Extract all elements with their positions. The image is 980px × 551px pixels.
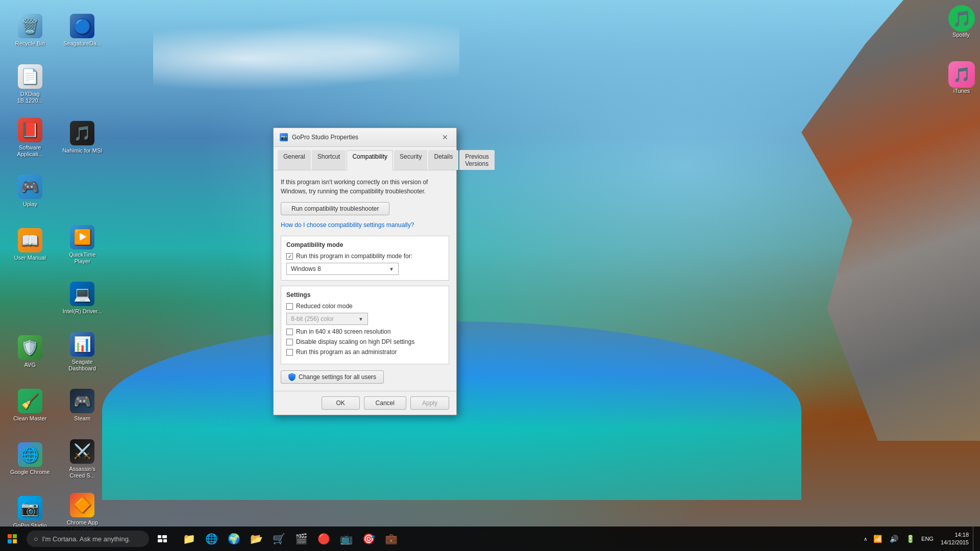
desktop: 🗑️ Recycle Bin 🔵 SeagatureDa... 📄 DXDiag… xyxy=(0,0,980,551)
color-dropdown-row: 8-bit (256) color ▼ xyxy=(286,313,444,325)
compat-mode-dropdown[interactable]: Windows 8 ▼ xyxy=(286,263,399,275)
dpi-scaling-row: Disable display scaling on high DPI sett… xyxy=(286,338,444,345)
administrator-checkbox[interactable] xyxy=(286,349,293,356)
tab-security[interactable]: Security xyxy=(394,150,427,170)
dialog-overlay: 📷 GoPro Studio Properties ✕ General Shor… xyxy=(0,0,980,551)
compat-mode-section: Compatibility mode Run this program in c… xyxy=(281,236,449,281)
settings-title: Settings xyxy=(286,291,444,298)
manual-settings-link[interactable]: How do I choose compatibility settings m… xyxy=(281,221,449,229)
color-dropdown-value: 8-bit (256) color xyxy=(291,315,334,322)
screen-resolution-row: Run in 640 x 480 screen resolution xyxy=(286,328,444,335)
color-dropdown[interactable]: 8-bit (256) color ▼ xyxy=(286,313,368,325)
tab-shortcut[interactable]: Shortcut xyxy=(312,150,346,170)
properties-dialog: 📷 GoPro Studio Properties ✕ General Shor… xyxy=(273,128,457,415)
tab-compatibility[interactable]: Compatibility xyxy=(347,150,393,170)
shield-icon xyxy=(288,373,296,381)
compat-description: If this program isn't working correctly … xyxy=(281,178,449,196)
dialog-footer: OK Cancel Apply xyxy=(274,391,456,415)
dialog-tabs: General Shortcut Compatibility Security … xyxy=(274,147,456,170)
dialog-close-button[interactable]: ✕ xyxy=(440,132,450,142)
dpi-scaling-checkbox[interactable] xyxy=(286,339,293,345)
compat-mode-dropdown-value: Windows 8 xyxy=(291,265,321,272)
dialog-titlebar: 📷 GoPro Studio Properties ✕ xyxy=(274,128,456,147)
change-settings-button[interactable]: Change settings for all users xyxy=(281,370,384,384)
ok-button[interactable]: OK xyxy=(322,396,360,410)
screen-resolution-checkbox[interactable] xyxy=(286,329,293,335)
screen-resolution-label: Run in 640 x 480 screen resolution xyxy=(296,328,390,335)
tab-general[interactable]: General xyxy=(278,150,311,170)
compat-mode-title: Compatibility mode xyxy=(286,241,444,248)
administrator-label: Run this program as an administrator xyxy=(296,348,397,356)
reduced-color-label: Reduced color mode xyxy=(296,303,353,310)
dialog-content: If this program isn't working correctly … xyxy=(274,170,456,391)
reduced-color-row: Reduced color mode xyxy=(286,303,444,310)
compat-mode-checkbox-row: Run this program in compatibility mode f… xyxy=(286,253,444,260)
dialog-title-area: 📷 GoPro Studio Properties xyxy=(280,133,358,141)
reduced-color-checkbox[interactable] xyxy=(286,303,293,310)
compat-mode-label: Run this program in compatibility mode f… xyxy=(296,253,412,260)
tab-details[interactable]: Details xyxy=(428,150,458,170)
dpi-scaling-label: Disable display scaling on high DPI sett… xyxy=(296,338,414,345)
change-settings-label: Change settings for all users xyxy=(299,373,376,381)
cancel-button[interactable]: Cancel xyxy=(364,396,406,410)
dialog-title-text: GoPro Studio Properties xyxy=(292,134,358,141)
apply-button[interactable]: Apply xyxy=(410,396,449,410)
administrator-row: Run this program as an administrator xyxy=(286,348,444,356)
compat-mode-dropdown-arrow: ▼ xyxy=(389,266,394,272)
run-troubleshooter-button[interactable]: Run compatibility troubleshooter xyxy=(281,202,389,215)
compat-mode-checkbox[interactable] xyxy=(286,253,293,260)
dialog-title-icon: 📷 xyxy=(280,133,288,141)
color-dropdown-arrow: ▼ xyxy=(358,316,363,322)
settings-section: Settings Reduced color mode 8-bit (256) … xyxy=(281,286,449,364)
tab-previous-versions[interactable]: Previous Versions xyxy=(459,150,495,170)
